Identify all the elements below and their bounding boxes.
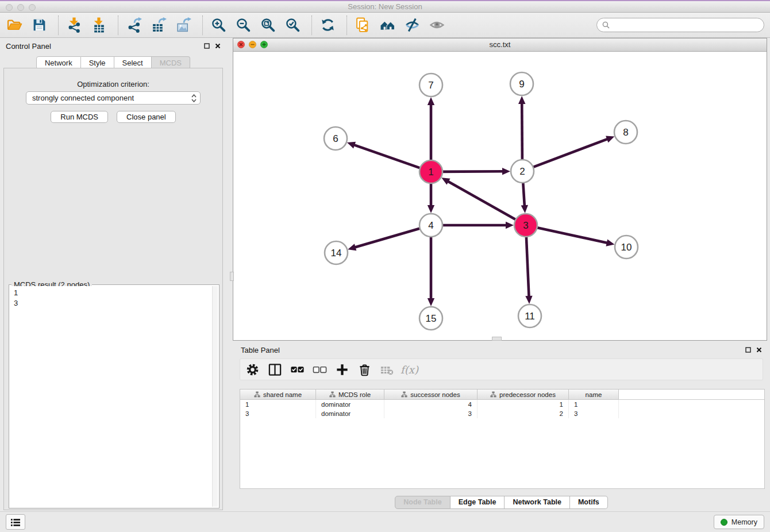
open-session-folder-icon[interactable]	[6, 16, 24, 34]
save-session-icon[interactable]	[30, 16, 48, 34]
close-panel-button[interactable]: Close panel	[117, 111, 176, 123]
table-settings-gear-icon[interactable]	[245, 362, 260, 377]
edge-arrowhead	[518, 96, 525, 104]
select-stepper-icon	[191, 94, 197, 103]
export-image-icon[interactable]	[175, 16, 192, 34]
clone-network-icon[interactable]	[354, 16, 372, 34]
float-table-panel-icon[interactable]	[745, 347, 751, 353]
table-body: 1dominator4113dominator323	[240, 400, 764, 418]
close-table-panel-icon[interactable]	[756, 347, 762, 353]
edge-4-14[interactable]	[355, 228, 421, 248]
node-label-6: 6	[333, 133, 338, 144]
table-toolbar: f(x)	[240, 358, 763, 380]
memory-button[interactable]: Memory	[714, 515, 764, 529]
column-header-successor-nodes[interactable]: successor nodes	[384, 390, 478, 399]
tab-network-table[interactable]: Network Table	[505, 496, 570, 509]
table-cell: 3	[240, 409, 316, 418]
criterion-select[interactable]: strongly connected component	[26, 91, 201, 105]
edge-2-9[interactable]	[522, 103, 522, 161]
edge-arrowhead	[428, 298, 434, 306]
import-table-icon[interactable]	[90, 16, 108, 34]
split-panel-icon[interactable]	[267, 362, 283, 377]
hide-graphics-details-icon[interactable]	[403, 16, 421, 34]
edge-arrowhead	[502, 168, 510, 175]
table-panel-title: Table Panel	[241, 346, 280, 354]
mcds-result-list: 13	[10, 286, 212, 507]
search-box[interactable]	[596, 18, 764, 32]
main-toolbar	[0, 13, 770, 38]
node-table: shared nameMCDS rolesuccessor nodesprede…	[240, 389, 765, 489]
import-network-icon[interactable]	[66, 16, 83, 34]
control-panel: Control Panel NetworkStyleSelectMCDS Opt…	[0, 38, 226, 511]
table-row[interactable]: 1dominator411	[240, 400, 764, 409]
export-network-icon[interactable]	[125, 16, 143, 34]
mcds-result-item: 1	[14, 288, 209, 298]
zoom-fit-content-icon[interactable]	[259, 16, 277, 34]
edge-arrowhead	[606, 136, 614, 143]
toolbar-separator	[118, 16, 118, 35]
memory-label: Memory	[732, 518, 757, 526]
column-header-predecessor-nodes[interactable]: predecessor nodes	[478, 390, 569, 399]
delete-column-trash-icon[interactable]	[357, 362, 372, 377]
deselect-all-rows-icon[interactable]	[312, 362, 328, 377]
list-icon	[10, 518, 21, 527]
export-table-icon[interactable]	[150, 16, 168, 34]
birds-eye-view-icon[interactable]	[428, 16, 446, 34]
node-label-15: 15	[426, 313, 437, 324]
edge-2-8[interactable]	[532, 139, 608, 168]
mcds-result-item: 3	[14, 298, 209, 309]
splitter-handle-left[interactable]	[230, 272, 234, 281]
network-overview-home-icon[interactable]	[379, 16, 396, 34]
table-row[interactable]: 3dominator323	[240, 409, 764, 418]
table-cell: 1	[569, 400, 619, 409]
table-cell: 3	[384, 409, 478, 418]
edge-3-10[interactable]	[536, 228, 608, 243]
network-view-window: scc.txt 7968124314101511	[233, 38, 767, 341]
edge-2-3[interactable]	[523, 182, 525, 206]
node-label-2: 2	[519, 166, 525, 177]
edge-1-2[interactable]	[441, 171, 503, 172]
zoom-in-icon[interactable]	[210, 16, 228, 34]
tab-node-table[interactable]: Node Table	[395, 496, 450, 509]
table-cell: 2	[478, 409, 569, 418]
tab-edge-table[interactable]: Edge Table	[451, 496, 505, 509]
node-label-7: 7	[428, 80, 433, 91]
refresh-network-view-icon[interactable]	[319, 16, 337, 34]
edge-3-1[interactable]	[448, 181, 517, 220]
splitter-handle-bottom[interactable]	[492, 337, 502, 341]
node-label-10: 10	[621, 242, 632, 253]
select-all-rows-icon[interactable]	[290, 362, 305, 377]
delete-table-icon	[379, 362, 395, 377]
zoom-out-icon[interactable]	[234, 16, 252, 34]
edge-1-6[interactable]	[353, 145, 421, 168]
float-panel-icon[interactable]	[204, 43, 210, 49]
column-header-shared-name[interactable]: shared name	[240, 390, 316, 399]
search-input[interactable]	[613, 20, 759, 30]
search-icon	[602, 21, 610, 29]
mcds-result-box: MCDS result (2 nodes) 13	[9, 284, 220, 508]
tab-motifs[interactable]: Motifs	[570, 496, 608, 509]
task-history-button[interactable]	[6, 514, 25, 530]
table-panel-tabs: Node TableEdge TableNetwork TableMotifs	[233, 496, 770, 509]
zoom-selected-icon[interactable]	[284, 16, 302, 34]
edge-arrowhead	[347, 142, 356, 149]
add-column-icon[interactable]	[334, 362, 350, 377]
column-header-name[interactable]: name	[569, 390, 619, 399]
run-mcds-button[interactable]: Run MCDS	[51, 111, 108, 123]
column-header-label: successor nodes	[410, 391, 460, 398]
network-canvas[interactable]: 7968124314101511	[233, 52, 767, 340]
node-label-8: 8	[623, 127, 628, 138]
network-window-title: scc.txt	[233, 38, 767, 51]
window-title: Session: New Session	[0, 1, 770, 13]
table-header-row: shared nameMCDS rolesuccessor nodesprede…	[240, 390, 764, 400]
mcds-result-scrollbar[interactable]	[212, 286, 218, 507]
column-header-label: name	[586, 391, 602, 398]
table-panel: Table Panel f(x) shared nameMCDS rolesuc…	[233, 342, 770, 511]
edge-3-11[interactable]	[526, 236, 529, 297]
toolbar-separator	[58, 16, 59, 35]
mcds-panel: Optimization criterion: strongly connect…	[3, 68, 223, 510]
column-header-MCDS-role[interactable]: MCDS role	[316, 390, 384, 399]
close-panel-icon[interactable]	[215, 43, 221, 49]
column-type-icon	[401, 391, 407, 398]
toolbar-separator	[311, 16, 312, 35]
